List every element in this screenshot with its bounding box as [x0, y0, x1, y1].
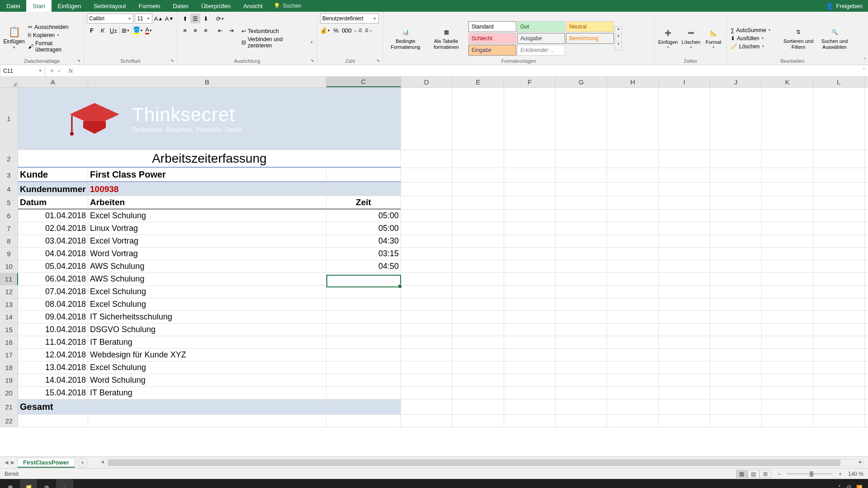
zoom-slider[interactable] [787, 473, 832, 474]
row-header[interactable]: 18 [0, 361, 18, 374]
cell[interactable] [659, 399, 710, 414]
cell[interactable] [710, 248, 762, 260]
italic-button[interactable]: K [98, 25, 108, 35]
cell[interactable] [401, 88, 453, 150]
cell[interactable] [504, 349, 556, 361]
cell[interactable] [762, 150, 813, 168]
zoom-in-icon[interactable]: + [839, 471, 842, 477]
cell[interactable] [556, 235, 607, 247]
sort-filter-button[interactable]: ⇅Sortieren und Filtern [781, 14, 816, 63]
decrease-font-icon[interactable]: A▼ [165, 14, 174, 23]
cell[interactable] [504, 286, 556, 298]
cell[interactable] [659, 150, 710, 168]
cell[interactable] [813, 150, 865, 168]
increase-indent-icon[interactable]: ⇥ [226, 25, 236, 35]
tray-up-icon[interactable]: ˄ [838, 485, 841, 488]
cell[interactable] [607, 235, 659, 247]
cell[interactable] [401, 235, 453, 247]
cell[interactable] [326, 168, 401, 182]
cell[interactable] [504, 183, 556, 196]
cell[interactable] [453, 248, 504, 260]
name-box[interactable]: C11▼ [0, 65, 45, 76]
cell[interactable] [504, 336, 556, 348]
cell[interactable] [710, 210, 762, 222]
cell[interactable] [401, 361, 453, 374]
align-top-icon[interactable]: ⬆ [180, 14, 190, 23]
copy-button[interactable]: ⎘Kopieren▼ [27, 32, 81, 39]
clear-button[interactable]: 🧹Löschen▼ [730, 43, 779, 50]
cell[interactable] [607, 311, 659, 323]
cell[interactable] [710, 183, 762, 196]
font-color-button[interactable]: A▼ [144, 25, 154, 35]
cell[interactable] [326, 311, 401, 323]
cell[interactable] [504, 273, 556, 285]
cell[interactable] [556, 260, 607, 272]
cell[interactable] [556, 415, 607, 427]
cell[interactable]: Excel Schulung [88, 286, 326, 298]
cell[interactable] [556, 336, 607, 348]
find-select-button[interactable]: 🔍Suchen und Auswählen [817, 14, 852, 63]
cell[interactable] [710, 88, 762, 150]
cell[interactable] [326, 399, 401, 414]
row-header[interactable]: 22 [0, 415, 18, 427]
cell-style-neutral[interactable]: Neutral [566, 21, 614, 32]
cell[interactable] [813, 210, 865, 222]
cell[interactable] [607, 260, 659, 272]
cell[interactable] [813, 399, 865, 414]
cell[interactable]: IT Beratung [88, 387, 326, 399]
col-header-I[interactable]: I [659, 77, 710, 87]
cell[interactable] [326, 273, 401, 285]
dialog-launcher-icon[interactable]: ⬊ [170, 58, 175, 63]
cell[interactable]: 04:30 [326, 235, 401, 247]
cell[interactable] [401, 248, 453, 260]
wrap-text-button[interactable]: ↩Textumbruch [241, 28, 314, 35]
cell[interactable] [504, 260, 556, 272]
cell[interactable] [659, 349, 710, 361]
cell[interactable] [762, 273, 813, 285]
cell[interactable] [453, 183, 504, 196]
cell-style-erklrender[interactable]: Erklärender ... [517, 45, 565, 56]
spreadsheet-grid[interactable]: A B C D E F G H I J K L 1ThinksecretTech… [0, 77, 868, 456]
cell[interactable] [401, 222, 453, 235]
row-header[interactable]: 17 [0, 349, 18, 361]
cell[interactable] [813, 286, 865, 298]
cell[interactable]: 13.04.2018 [18, 361, 88, 374]
cell[interactable] [453, 311, 504, 323]
cell[interactable] [401, 324, 453, 336]
cell[interactable] [607, 415, 659, 427]
cell[interactable]: 100938 [88, 183, 326, 196]
cell[interactable] [556, 324, 607, 336]
cell[interactable] [556, 311, 607, 323]
cell[interactable] [401, 349, 453, 361]
cell[interactable] [453, 273, 504, 285]
cell[interactable] [504, 88, 556, 150]
cell[interactable] [453, 260, 504, 272]
cell[interactable] [659, 336, 710, 348]
decrease-indent-icon[interactable]: ⇤ [215, 25, 225, 35]
cell[interactable] [401, 273, 453, 285]
col-header-E[interactable]: E [453, 77, 504, 87]
cut-button[interactable]: ✂Ausschneiden [27, 23, 81, 31]
cell[interactable] [762, 387, 813, 399]
cell[interactable] [453, 286, 504, 298]
cell[interactable]: Excel Schulung [88, 298, 326, 310]
cell[interactable] [710, 286, 762, 298]
cell[interactable]: IT Beratung [88, 336, 326, 348]
cell[interactable] [710, 399, 762, 414]
cell[interactable] [504, 196, 556, 209]
cell[interactable] [607, 286, 659, 298]
cell[interactable] [453, 361, 504, 374]
font-name-combo[interactable]: Calibri▼ [87, 14, 133, 23]
share-button[interactable]: 👤 Freigeben [826, 3, 863, 9]
cell[interactable]: DSGVO Schulung [88, 324, 326, 336]
cell[interactable] [710, 324, 762, 336]
cell[interactable] [401, 196, 453, 209]
normal-view-icon[interactable]: ▦ [736, 470, 748, 478]
cell[interactable] [659, 196, 710, 209]
cell[interactable] [710, 387, 762, 399]
cell[interactable] [504, 298, 556, 310]
cell[interactable] [504, 361, 556, 374]
insert-cells-button[interactable]: ➕Einfügen▼ [657, 14, 679, 63]
cell[interactable] [88, 415, 326, 427]
cell[interactable] [453, 298, 504, 310]
